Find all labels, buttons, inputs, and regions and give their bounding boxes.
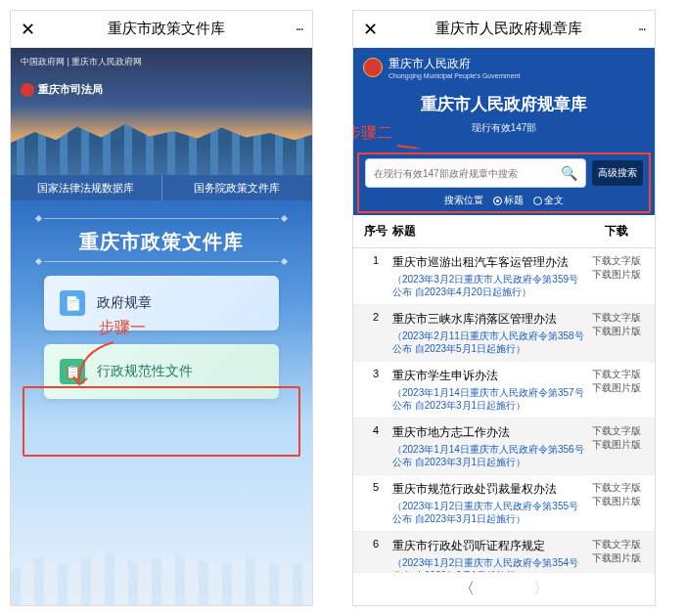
- row-no: 3: [359, 368, 392, 412]
- row-meta: （2023年1月2日重庆市人民政府令第355号公布 自2023年3月1日起施行）: [392, 500, 584, 525]
- pager-next[interactable]: 〉: [533, 579, 549, 599]
- download-image-link[interactable]: 下载图片版: [584, 495, 649, 508]
- regulation-row[interactable]: 5重庆市规范行政处罚裁量权办法（2023年1月2日重庆市人民政府令第355号公布…: [353, 475, 655, 532]
- pager-prev[interactable]: 〈: [459, 579, 475, 599]
- download-text-link[interactable]: 下载文字版: [584, 311, 649, 325]
- row-title: 重庆市规范行政处罚裁量权办法: [392, 481, 584, 498]
- regulation-row[interactable]: 4重庆市地方志工作办法（2023年1月14日重庆市人民政府令第356号公布 自2…: [353, 418, 655, 475]
- close-icon[interactable]: ✕: [21, 19, 38, 40]
- row-meta: （2023年1月14日重庆市人民政府令第356号公布 自2023年3月1日起施行…: [392, 443, 584, 468]
- row-download-cell: 下载文字版下载图片版: [584, 538, 649, 572]
- row-title: 重庆市行政处罚听证程序规定: [392, 538, 584, 554]
- page-title: 重庆市人民政府规章库: [381, 20, 638, 38]
- banner-logo: 重庆市司法局: [21, 82, 302, 97]
- row-download-cell: 下载文字版下载图片版: [584, 311, 649, 355]
- advanced-search-button[interactable]: 高级搜索: [592, 160, 643, 186]
- banner-logo-text: 重庆市司法局: [38, 82, 103, 97]
- download-text-link[interactable]: 下载文字版: [584, 254, 649, 268]
- card-label: 政府规章: [97, 294, 152, 312]
- col-header-title: 标题: [392, 223, 584, 240]
- search-icon[interactable]: 🔍: [561, 165, 577, 181]
- row-meta: （2023年1月14日重庆市人民政府令第357号公布 自2023年3月1日起施行…: [392, 386, 584, 412]
- header: 重庆市人民政府 Chongqing Municipal People's Gov…: [353, 48, 655, 149]
- regulation-row[interactable]: 3重庆市学生申诉办法（2023年1月14日重庆市人民政府令第357号公布 自20…: [353, 362, 655, 418]
- download-image-link[interactable]: 下载图片版: [584, 438, 649, 452]
- emblem-icon: [21, 83, 34, 97]
- download-image-link[interactable]: 下载图片版: [584, 268, 649, 282]
- radio-icon: [493, 197, 502, 205]
- download-image-link[interactable]: 下载图片版: [584, 381, 649, 395]
- download-text-link[interactable]: 下载文字版: [584, 538, 649, 551]
- skyline-image: [11, 121, 312, 175]
- row-download-cell: 下载文字版下载图片版: [584, 481, 649, 525]
- regulation-count: 现行有效147部: [363, 121, 645, 135]
- download-image-link[interactable]: 下载图片版: [584, 551, 649, 565]
- mid-nav: 国家法律法规数据库 国务院政策文件库: [11, 175, 312, 200]
- col-header-no: 序号: [359, 223, 392, 240]
- radio-icon: [533, 197, 542, 205]
- gov-name: 重庆市人民政府: [388, 57, 471, 70]
- banner: 中国政府网 | 重庆市人民政府网 重庆市司法局: [11, 48, 312, 175]
- arrow-icon: [69, 337, 128, 386]
- row-meta: （2023年2月11日重庆市人民政府令第358号公布 自2023年5月1日起施行…: [392, 330, 584, 355]
- step-two-label: 步骤二: [352, 123, 392, 144]
- library-title: 重庆市人民政府规章库: [363, 93, 645, 115]
- hero: 重庆市政策文件库 步骤一 📄 政府规章 📋 行政规范性文件: [11, 200, 312, 605]
- row-title-cell: 重庆市规范行政处罚裁量权办法（2023年1月2日重庆市人民政府令第355号公布 …: [392, 481, 584, 525]
- hero-title: 重庆市政策文件库: [24, 229, 298, 255]
- banner-top-links[interactable]: 中国政府网 | 重庆市人民政府网: [21, 56, 302, 68]
- divider: [44, 218, 279, 219]
- row-download-cell: 下载文字版下载图片版: [584, 254, 649, 298]
- row-download-cell: 下载文字版下载图片版: [584, 368, 649, 412]
- gov-sub: Chongqing Municipal People's Government: [388, 72, 520, 79]
- emblem-icon: [363, 58, 383, 77]
- download-text-link[interactable]: 下载文字版: [584, 368, 649, 381]
- row-title-cell: 重庆市巡游出租汽车客运管理办法（2023年3月2日重庆市人民政府令第359号公布…: [392, 254, 584, 298]
- download-text-link[interactable]: 下载文字版: [584, 481, 649, 495]
- divider: [44, 261, 279, 262]
- search-area: 🔍 高级搜索 搜索位置 标题 全文: [353, 149, 655, 215]
- radio-label: 搜索位置: [444, 194, 483, 207]
- row-title-cell: 重庆市三峡水库消落区管理办法（2023年2月11日重庆市人民政府令第358号公布…: [392, 311, 584, 355]
- phone-left: ✕ 重庆市政策文件库 ··· 中国政府网 | 重庆市人民政府网 重庆市司法局 国…: [10, 10, 313, 606]
- row-title: 重庆市巡游出租汽车客运管理办法: [392, 254, 584, 271]
- pager: 〈 〉: [353, 572, 655, 605]
- row-no: 6: [359, 538, 392, 572]
- midnav-item-national-law-db[interactable]: 国家法律法规数据库: [11, 175, 161, 200]
- table-header: 序号 标题 下载: [353, 215, 655, 248]
- row-no: 2: [359, 311, 392, 355]
- row-title: 重庆市三峡水库消落区管理办法: [392, 311, 584, 328]
- city-silhouette: [11, 537, 312, 605]
- more-icon[interactable]: ···: [296, 21, 302, 38]
- radio-title[interactable]: 标题: [493, 194, 524, 207]
- close-icon[interactable]: ✕: [363, 19, 381, 40]
- card-gov-regulations[interactable]: 📄 政府规章: [44, 276, 279, 330]
- regulation-list: 1重庆市巡游出租汽车客运管理办法（2023年3月2日重庆市人民政府令第359号公…: [353, 248, 655, 572]
- row-no: 5: [359, 481, 392, 525]
- titlebar-right: ✕ 重庆市人民政府规章库 ···: [353, 11, 655, 48]
- search-input[interactable]: [374, 168, 561, 179]
- row-title-cell: 重庆市行政处罚听证程序规定（2023年1月2日重庆市人民政府令第354号公布 自…: [392, 538, 584, 572]
- regulation-row[interactable]: 6重庆市行政处罚听证程序规定（2023年1月2日重庆市人民政府令第354号公布 …: [353, 532, 655, 572]
- radio-fulltext[interactable]: 全文: [533, 194, 564, 207]
- page-title: 重庆市政策文件库: [38, 20, 296, 38]
- row-download-cell: 下载文字版下载图片版: [584, 424, 649, 468]
- row-title-cell: 重庆市地方志工作办法（2023年1月14日重庆市人民政府令第356号公布 自20…: [392, 424, 584, 468]
- row-no: 1: [359, 254, 392, 298]
- row-title-cell: 重庆市学生申诉办法（2023年1月14日重庆市人民政府令第357号公布 自202…: [392, 368, 584, 412]
- download-text-link[interactable]: 下载文字版: [584, 424, 649, 438]
- regulation-row[interactable]: 1重庆市巡游出租汽车客运管理办法（2023年3月2日重庆市人民政府令第359号公…: [353, 248, 655, 305]
- col-header-download: 下载: [584, 223, 649, 240]
- more-icon[interactable]: ···: [638, 21, 645, 38]
- row-title: 重庆市地方志工作办法: [392, 424, 584, 441]
- titlebar-left: ✕ 重庆市政策文件库 ···: [11, 11, 312, 48]
- download-image-link[interactable]: 下载图片版: [584, 325, 649, 338]
- row-meta: （2023年1月2日重庆市人民政府令第354号公布 自2023年3月1日起施行）: [392, 556, 584, 572]
- step-one-label: 步骤一: [99, 318, 146, 338]
- row-meta: （2023年3月2日重庆市人民政府令第359号公布 自2023年4月20日起施行…: [392, 273, 584, 298]
- gov-logo-row: 重庆市人民政府 Chongqing Municipal People's Gov…: [363, 56, 645, 79]
- midnav-item-state-council[interactable]: 国务院政策文件库: [161, 175, 313, 200]
- search-box: 🔍: [365, 158, 586, 188]
- regulation-row[interactable]: 2重庆市三峡水库消落区管理办法（2023年2月11日重庆市人民政府令第358号公…: [353, 305, 655, 362]
- right-body: 步骤二 🔍 高级搜索 搜索位置 标题 全文: [353, 149, 655, 215]
